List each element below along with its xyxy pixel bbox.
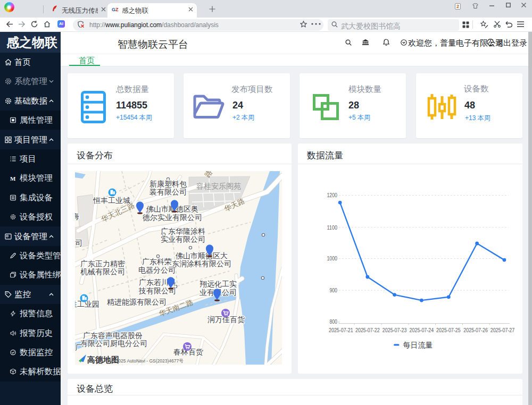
svg-text:东润涂料有限公司: 东润涂料有限公司 <box>172 259 231 268</box>
svg-text:电器分公司: 电器分公司 <box>138 266 176 274</box>
svg-text:恒丰工业城: 恒丰工业城 <box>93 196 130 205</box>
svg-text:机械有限公司: 机械有限公司 <box>80 267 125 276</box>
svg-text:容桂安乐阁苑: 容桂安乐阁苑 <box>196 182 241 190</box>
svg-text:广东容声电器股份: 广东容声电器股份 <box>83 331 143 340</box>
svg-text:佛山市顺德区大: 佛山市顺德区大 <box>175 251 228 260</box>
svg-text:900: 900 <box>329 287 337 293</box>
svg-text:2025-07-27: 2025-07-27 <box>491 327 515 333</box>
svg-text:广东科荣: 广东科荣 <box>142 257 172 266</box>
svg-text:2025-07-25: 2025-07-25 <box>436 327 461 333</box>
svg-text:精进能源有限公司: 精进能源有限公司 <box>107 298 167 306</box>
svg-text:新康塑料包: 新康塑料包 <box>149 180 187 188</box>
svg-text:公司: 公司 <box>75 239 82 247</box>
svg-text:800: 800 <box>329 318 337 325</box>
svg-text:2025-07-26: 2025-07-26 <box>463 327 488 333</box>
svg-text:广东华隆涂料: 广东华隆涂料 <box>161 227 205 235</box>
svg-text:2025-07-24: 2025-07-24 <box>410 327 434 333</box>
svg-text:2025-07-21: 2025-07-21 <box>329 327 353 333</box>
svg-text:厂: 厂 <box>75 343 82 352</box>
svg-text:实业有限公司: 实业有限公司 <box>161 235 205 243</box>
svg-text:德尔实业有限公司: 德尔实业有限公司 <box>142 213 202 222</box>
svg-text:胜工业园: 胜工业园 <box>75 300 99 308</box>
svg-text:广东正力精密: 广东正力精密 <box>80 259 125 268</box>
svg-text:有限公司厨电分公司: 有限公司厨电分公司 <box>80 339 147 348</box>
svg-text:装有限公司: 装有限公司 <box>149 188 187 196</box>
svg-text:海: 海 <box>75 212 79 221</box>
svg-text:1000: 1000 <box>327 255 338 261</box>
svg-text:1100: 1100 <box>327 224 338 231</box>
svg-text:2025-07-22: 2025-07-22 <box>355 327 380 333</box>
svg-text:每日流量: 每日流量 <box>403 341 433 349</box>
svg-text:翔远化工实: 翔远化工实 <box>200 280 237 288</box>
svg-text:© 2025 AutoNavi - GS(2023)4677: © 2025 AutoNavi - GS(2023)4677号 <box>111 358 184 364</box>
svg-text:1200: 1200 <box>327 192 338 198</box>
svg-text:2025-07-23: 2025-07-23 <box>383 327 407 333</box>
